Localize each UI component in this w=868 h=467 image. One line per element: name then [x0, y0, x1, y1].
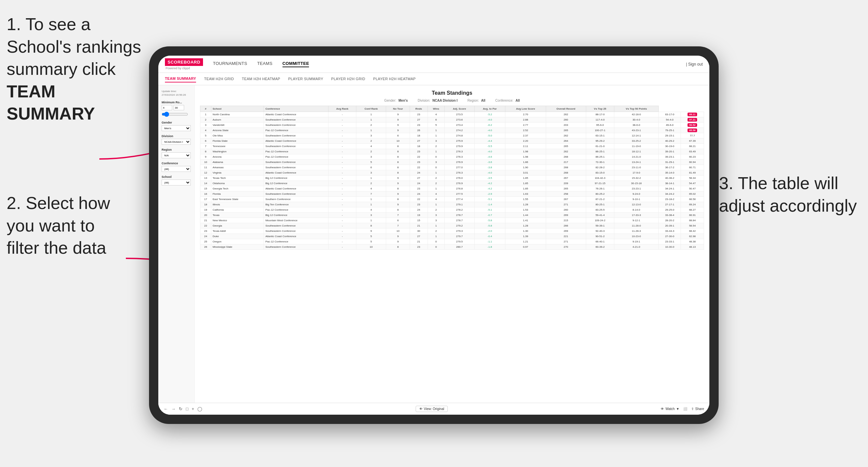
- cell-wins: 1: [428, 186, 445, 191]
- cell-adj-score: 277.4: [445, 197, 474, 202]
- table-title: Team Standings: [200, 90, 704, 96]
- cell-avg-low: 271: [546, 239, 586, 244]
- cell-rnds: 24: [410, 170, 428, 176]
- table-row: 21 New Mexico Mountain West Conference -…: [200, 218, 704, 223]
- cell-adj-score: 276.8: [445, 186, 474, 191]
- subnav-team-summary[interactable]: TEAM SUMMARY: [165, 75, 196, 83]
- school-filter: School (All): [162, 175, 191, 185]
- cell-conf-rank: 1: [356, 128, 386, 133]
- cell-vs-top25: 29-25-0: [659, 207, 681, 213]
- share-button[interactable]: ⇧ Share: [691, 407, 704, 411]
- view-original-button[interactable]: 👁 View: Original: [415, 406, 448, 412]
- cell-conference: Mountain West Conference: [264, 218, 329, 223]
- conference-select[interactable]: (All): [162, 166, 191, 172]
- min-rounds-to-input[interactable]: [174, 105, 184, 110]
- conference-filter: Conference (All): [162, 162, 191, 172]
- copy-icon[interactable]: □: [186, 406, 188, 411]
- undo-icon[interactable]: ←: [164, 406, 168, 411]
- table-row: 25 Oregon Pac-12 Conference - 5 9 21 0 2…: [200, 239, 704, 244]
- cell-wins: 1: [428, 223, 445, 228]
- cell-school: New Mexico: [211, 218, 264, 223]
- toolbar-center: 👁 View: Original: [415, 406, 448, 412]
- cell-conf-rank: 1: [356, 202, 386, 207]
- cell-overall: 60-39-2: [586, 244, 614, 250]
- cell-wins: 2: [428, 228, 445, 234]
- gender-select[interactable]: Men's Women's: [162, 125, 191, 131]
- nav-item-tournaments[interactable]: TOURNAMENTS: [213, 61, 247, 67]
- cell-school: North Carolina: [211, 112, 264, 117]
- watch-button[interactable]: 👁 Watch ▼: [661, 407, 679, 411]
- cell-adj-score: 279.9: [445, 144, 474, 149]
- nav-item-teams[interactable]: TEAMS: [257, 61, 272, 67]
- cell-conf-rank: 2: [356, 138, 386, 144]
- cell-record: 43-23-1: [614, 128, 658, 133]
- cell-conference: Big Ten Conference: [264, 202, 329, 207]
- school-select[interactable]: (All): [162, 180, 191, 185]
- cell-school: Florida: [211, 191, 264, 197]
- region-select[interactable]: N/A East West: [162, 152, 191, 158]
- circle-icon[interactable]: ◯: [197, 406, 203, 411]
- cell-school: Tennessee: [211, 144, 264, 149]
- cell-avg-par: 2.11: [505, 144, 546, 149]
- cell-conference: Southeastern Conference: [264, 133, 329, 138]
- cell-school: Oklahoma: [211, 181, 264, 186]
- division-select[interactable]: NCAA Division I NCAA Division II NCAA Di…: [162, 139, 191, 145]
- cell-no-tour: 8: [386, 144, 410, 149]
- table-row: 2 Auburn Southeastern Conference - 1 9 2…: [200, 117, 704, 123]
- min-rounds-from-input[interactable]: [162, 105, 172, 110]
- cell-wins: 0: [428, 165, 445, 170]
- watch-icon: 👁: [661, 407, 664, 411]
- redo-icon[interactable]: →: [171, 406, 176, 411]
- col-conference: Conference: [264, 106, 329, 112]
- min-rounds-slider[interactable]: [162, 112, 188, 117]
- view-original-label: View: Original: [424, 407, 444, 411]
- brand-sub: Powered by clippd: [165, 67, 203, 70]
- subnav-team-h2h-grid[interactable]: TEAM H2H GRID: [204, 75, 234, 82]
- add-icon[interactable]: +: [192, 406, 194, 411]
- table-row: 11 Arkansas Southeastern Conference - 6 …: [200, 165, 704, 170]
- subnav-team-h2h-heatmap[interactable]: TEAM H2H HEATMAP: [242, 75, 280, 82]
- cell-wins: 3: [428, 160, 445, 165]
- cell-avg-low: 265: [546, 144, 586, 149]
- cell-vs-top50: 77.7: [681, 133, 704, 138]
- min-rounds-filter: Minimum Ro...: [162, 101, 191, 118]
- cell-record: 9-19-1: [614, 239, 658, 244]
- cell-wins: 1: [428, 128, 445, 133]
- cell-avg-rank: -: [329, 128, 356, 133]
- cell-wins: 0: [428, 244, 445, 250]
- cell-avg-low: 268: [546, 165, 586, 170]
- cell-school: Arkansas: [211, 165, 264, 170]
- col-wins: Wins: [428, 106, 445, 112]
- cell-rank: 20: [200, 213, 211, 218]
- refresh-icon[interactable]: ↻: [179, 406, 183, 411]
- cell-no-tour: 8: [386, 149, 410, 154]
- cell-rank: 14: [200, 181, 211, 186]
- subnav-player-summary[interactable]: PLAYER SUMMARY: [288, 75, 323, 82]
- cell-score: -5.2: [474, 112, 505, 117]
- subnav-player-h2h-heatmap[interactable]: PLAYER H2H HEATMAP: [373, 75, 415, 82]
- expand-button[interactable]: ⬜: [683, 407, 687, 411]
- subnav-player-h2h-grid[interactable]: PLAYER H2H GRID: [331, 75, 365, 82]
- cell-vs-top50: 69.24: [681, 202, 704, 207]
- cell-conference: Southeastern Conference: [264, 223, 329, 228]
- nav-sign-out[interactable]: | Sign out: [686, 62, 703, 67]
- cell-score: -5.1: [474, 207, 505, 213]
- vs-top50-value: 68.21: [689, 145, 696, 148]
- nav-item-committee[interactable]: COMMITTEE: [282, 61, 309, 67]
- cell-school: Illinois: [211, 202, 264, 207]
- cell-avg-par: 2.70: [505, 112, 546, 117]
- cell-rnds: 27: [410, 117, 428, 123]
- cell-vs-top25: 30-19-0: [659, 144, 681, 149]
- subnav: TEAM SUMMARY TEAM H2H GRID TEAM H2H HEAT…: [158, 73, 709, 86]
- cell-rank: 5: [200, 133, 211, 138]
- cell-conference: Atlantic Coast Conference: [264, 138, 329, 144]
- cell-no-tour: 9: [386, 202, 410, 207]
- cell-no-tour: 8: [386, 207, 410, 213]
- cell-conference: Southeastern Conference: [264, 191, 329, 197]
- cell-vs-top25: 23-33-1: [659, 239, 681, 244]
- cell-rnds: 23: [410, 186, 428, 191]
- cell-vs-top25: 49-6-0: [659, 123, 681, 128]
- table-row: 1 North Carolina Atlantic Coast Conferen…: [200, 112, 704, 117]
- cell-vs-top25: 29-15-1: [659, 133, 681, 138]
- cell-vs-top50: 68.84: [681, 218, 704, 223]
